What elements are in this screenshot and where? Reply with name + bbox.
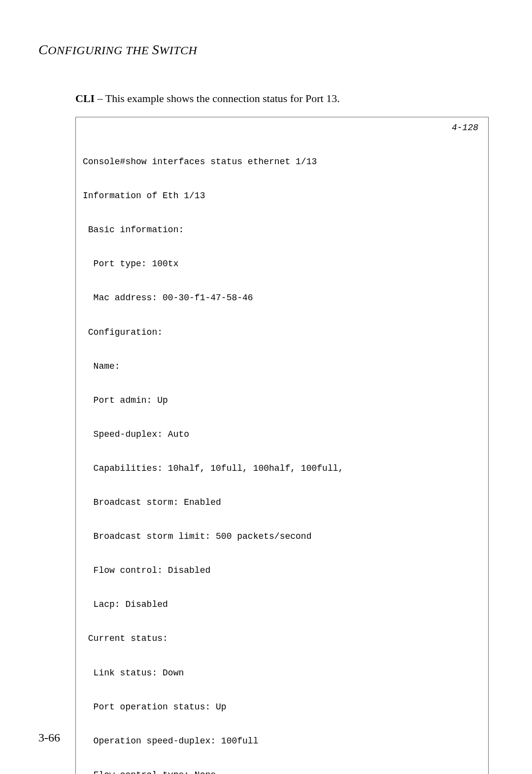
cli-line: Flow control: Disabled bbox=[83, 565, 481, 576]
cli-line: Basic information: bbox=[83, 224, 481, 236]
page-reference: 4-128 bbox=[452, 122, 478, 134]
cli-line: Current status: bbox=[83, 633, 481, 644]
cli-line: Capabilities: 10half, 10full, 100half, 1… bbox=[83, 463, 481, 474]
intro-bold: CLI bbox=[75, 92, 95, 105]
header-text-1: ONFIGURING THE bbox=[48, 44, 152, 57]
cli-line: Name: bbox=[83, 361, 481, 372]
page-header-title: CONFIGURING THE SWITCH bbox=[38, 42, 494, 58]
cli-line: Lacp: Disabled bbox=[83, 599, 481, 610]
header-cap-c: C bbox=[38, 42, 48, 57]
cli-line: Broadcast storm limit: 500 packets/secon… bbox=[83, 531, 481, 542]
page-number: 3-66 bbox=[38, 731, 60, 744]
header-cap-s: S bbox=[152, 42, 160, 57]
intro-rest: – This example shows the connection stat… bbox=[95, 92, 340, 105]
cli-line: Information of Eth 1/13 bbox=[83, 190, 481, 202]
content-area: CLI – This example shows the connection … bbox=[38, 92, 494, 774]
cli-line: Operation speed-duplex: 100full bbox=[83, 736, 481, 747]
cli-line: Mac address: 00-30-f1-47-58-46 bbox=[83, 292, 481, 304]
cli-line: Port type: 100tx bbox=[83, 258, 481, 270]
header-text-2: WITCH bbox=[159, 44, 197, 57]
cli-line: Port operation status: Up bbox=[83, 702, 481, 713]
cli-line: Flow control type: None bbox=[83, 770, 481, 774]
intro-paragraph: CLI – This example shows the connection … bbox=[75, 92, 489, 105]
cli-line: Broadcast storm: Enabled bbox=[83, 497, 481, 508]
cli-line: Link status: Down bbox=[83, 668, 481, 679]
cli-line: Speed-duplex: Auto bbox=[83, 429, 481, 440]
cli-output-box: 4-128 Console#show interfaces status eth… bbox=[75, 117, 489, 774]
cli-line: Console#show interfaces status ethernet … bbox=[83, 156, 481, 168]
cli-line: Configuration: bbox=[83, 327, 481, 338]
cli-line: Port admin: Up bbox=[83, 395, 481, 406]
